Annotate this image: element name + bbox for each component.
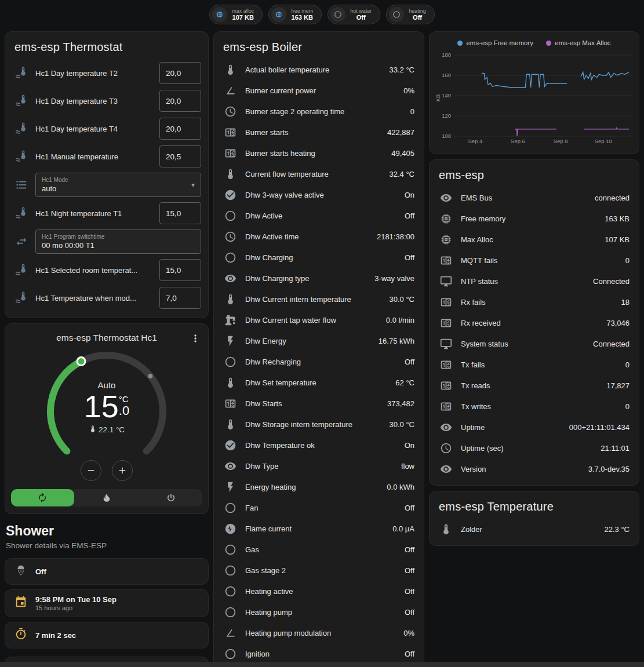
entity-value: 0 (625, 360, 630, 369)
entity-label: Dhw Set temperature (245, 378, 387, 387)
shower-card-state: 9:58 PM on Tue 10 Sep (35, 595, 117, 604)
entity-row[interactable]: EMS Busconnected (430, 187, 639, 208)
entity-row[interactable]: Actual boiler temperature33.2 °C (214, 59, 424, 80)
temperature-input[interactable]: 15,0 (159, 202, 201, 224)
entity-row[interactable]: Burner stage 2 operating time0 (214, 101, 424, 122)
mode-heat-button[interactable] (75, 489, 139, 506)
entity-value: 3.7.0-dev.35 (588, 465, 630, 473)
entity-row[interactable]: Dhw Energy16.75 kWh (214, 330, 424, 351)
entity-row[interactable]: Dhw Typeflow (214, 455, 424, 476)
mode-off-button[interactable] (139, 489, 202, 506)
temperature-input[interactable]: 20,0 (159, 118, 201, 140)
entity-row[interactable]: Tx reads17,827 (430, 375, 639, 396)
entity-row[interactable]: Dhw Current intern temperature30.0 °C (214, 289, 424, 309)
entity-row[interactable]: Rx fails18 (430, 291, 639, 312)
entity-row[interactable]: Heating pumpOff (214, 602, 424, 622)
dial-handle[interactable] (77, 358, 85, 366)
entity-label: Dhw Recharging (245, 358, 396, 366)
entity-label: Hc1 Night temperature T1 (35, 209, 152, 218)
entity-row[interactable]: Heating pump modulation0% (214, 622, 424, 643)
temperature-input[interactable]: 20,5 (159, 145, 201, 167)
dashboard-columns: ems-esp Thermostat Hc1 Day temperature T… (5, 31, 639, 667)
thermometer-water-icon (14, 94, 28, 107)
entity-row[interactable]: IgnitionOff (214, 643, 424, 664)
card-header: ems-esp Thermostat Hc1 (5, 324, 208, 343)
temperature-input[interactable]: 7,0 (159, 287, 201, 309)
entity-row[interactable]: Flame current0.0 µA (214, 518, 424, 539)
entity-row[interactable]: Dhw Current tap water flow0.0 l/min (214, 309, 424, 330)
entity-label: Max Alloc (461, 235, 596, 244)
entity-row[interactable]: Rx received73,046 (430, 312, 639, 333)
badge-hot-water[interactable]: hot waterOff (328, 5, 380, 24)
switchtime-input[interactable]: Hc1 Program switchtime00 mo 00:00 T1 (35, 229, 201, 254)
entity-label: Uptime (461, 423, 561, 432)
shower-card[interactable]: Off (5, 558, 209, 585)
entity-row[interactable]: NTP statusConnected (430, 271, 639, 291)
mode-auto-button[interactable] (11, 489, 74, 506)
entity-row[interactable]: Max Alloc107 KB (430, 229, 639, 250)
temperature-input[interactable]: 20,0 (159, 90, 201, 112)
svg-text:KB: KB (435, 94, 441, 102)
entity-row[interactable]: Dhw 3-way valve activeOn (214, 184, 424, 205)
eye-icon (439, 463, 453, 475)
entity-row[interactable]: Energy heating0.0 kWh (214, 476, 424, 497)
entity-row[interactable]: Free memory163 KB (430, 208, 639, 229)
decrease-temperature-button[interactable] (81, 460, 101, 481)
entity-value: 0.0 l/min (386, 316, 414, 325)
thermostat-dial[interactable]: Auto 15 °C .0 22.1 °C (40, 348, 173, 481)
badge-value: 107 KB (232, 14, 254, 21)
entity-row[interactable]: Burner current power0% (214, 80, 424, 101)
entity-row[interactable]: Dhw Storage intern temperature30.0 °C (214, 414, 424, 435)
entity-value: 17,827 (606, 381, 630, 390)
entity-row[interactable]: Tx writes0 (430, 396, 639, 417)
entity-row[interactable]: Gas stage 2Off (214, 560, 424, 581)
entity-row[interactable]: Uptime (sec)21:11:01 (430, 438, 639, 458)
thermostat-row: Hc1 Night temperature T115,0 (5, 199, 208, 227)
entity-row[interactable]: FanOff (214, 497, 424, 518)
left-column: ems-esp Thermostat Hc1 Day temperature T… (5, 31, 209, 667)
entity-row[interactable]: Zolder22.3 °C (430, 519, 639, 540)
entity-value: 0.0 kWh (387, 483, 414, 491)
temperature-input[interactable]: 15,0 (159, 259, 201, 281)
entity-row[interactable]: GasOff (214, 539, 424, 560)
badge-heating[interactable]: heatingOff (386, 5, 435, 24)
entity-row[interactable]: Burner starts422,887 (214, 122, 424, 143)
entity-row[interactable]: Burner starts heating49,405 (214, 143, 424, 163)
entity-row[interactable]: Dhw Starts373,482 (214, 393, 424, 414)
entity-row[interactable]: Current flow temperature32.4 °C (214, 163, 424, 184)
temperature-input[interactable]: 20,0 (159, 62, 201, 84)
entity-label: Hc1 Day temperature T3 (35, 97, 152, 105)
more-options-button[interactable] (187, 330, 203, 348)
horizontal-scrollbar[interactable] (0, 662, 644, 667)
entity-row[interactable]: Uptime000+21:11:01.434 (430, 417, 639, 438)
entity-row[interactable]: Dhw Set temperature62 °C (214, 372, 424, 393)
entity-row[interactable]: Dhw Charging type3-way valve (214, 268, 424, 289)
entity-row[interactable]: Tx fails0 (430, 354, 639, 375)
entity-label: MQTT fails (461, 256, 617, 265)
thermostat-row: Hc1 Manual temperature20,5 (5, 143, 208, 170)
shower-card[interactable]: 7 min 2 sec (5, 622, 209, 648)
angle-acute-icon (223, 85, 237, 97)
legend-label: ems-esp Max Alloc (555, 39, 611, 46)
entity-value: Off (405, 545, 414, 554)
mode-select[interactable]: Hc1 Modeauto▾ (35, 173, 201, 197)
shower-card[interactable]: 9:58 PM on Tue 10 Sep15 hours ago (5, 589, 209, 617)
entity-row[interactable]: Dhw Temperature okOn (214, 435, 424, 455)
entity-row[interactable]: System statusConnected (430, 333, 639, 354)
thermometer-water-icon (14, 264, 28, 276)
entity-value: 0% (403, 86, 414, 95)
entity-row[interactable]: Heating activeOff (214, 581, 424, 602)
increase-temperature-button[interactable] (112, 460, 133, 481)
entity-label: Hc1 Day temperature T4 (35, 125, 152, 133)
entity-row[interactable]: MQTT fails0 (430, 250, 639, 271)
badge-max-alloc[interactable]: max alloc107 KB (209, 5, 263, 24)
entity-label: Dhw Storage intern temperature (245, 420, 381, 429)
entity-label: Heating pump modulation (245, 629, 395, 637)
entity-row[interactable]: Version3.7.0-dev.35 (430, 458, 639, 479)
entity-row[interactable]: Dhw Active time2181:38:00 (214, 226, 424, 247)
badge-free-mem[interactable]: free mem163 KB (268, 5, 322, 24)
entity-row[interactable]: Dhw RechargingOff (214, 351, 424, 372)
entity-row[interactable]: Dhw ChargingOff (214, 247, 424, 268)
check-circle-icon (223, 189, 237, 201)
entity-row[interactable]: Dhw ActiveOff (214, 205, 424, 226)
